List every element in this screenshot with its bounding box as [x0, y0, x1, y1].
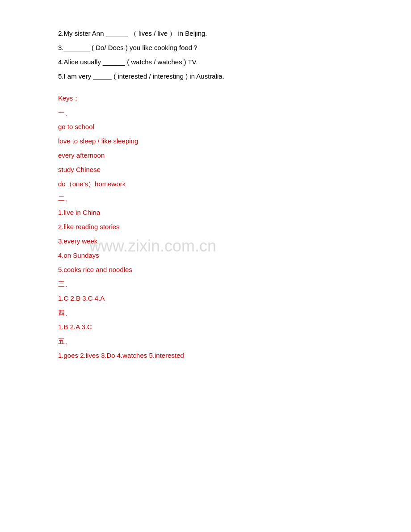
section1-item-2: love to sleep / like sleeping	[58, 134, 353, 148]
section4-items: 1.B 2.A 3.C	[58, 320, 353, 334]
section2-item-5: 5.cooks rice and noodles	[58, 263, 353, 276]
section1-item-5: do（one's）homework	[58, 177, 353, 191]
section1-item-4: study Chinese	[58, 163, 353, 176]
section1-item-1: go to school	[58, 120, 353, 134]
section3-items: 1.C 2.B 3.C 4.A	[58, 292, 353, 305]
section2-label: 二、	[58, 192, 353, 205]
section4-label: 四、	[58, 306, 353, 319]
question-4: 4.Alice usually ______ ( watchs / watche…	[58, 55, 353, 69]
question-5: 5.I am very _____ ( interested / interes…	[58, 70, 353, 83]
section1-item-3: every afternoon	[58, 149, 353, 162]
section2-item-1: 1.live in China	[58, 206, 353, 219]
section5-label: 五、	[58, 335, 353, 348]
section1-label: 一、	[58, 106, 353, 119]
section5-items: 1.goes 2.lives 3.Do 4.watches 5.interest…	[58, 349, 353, 362]
question-3: 3._______ ( Do/ Does ) you like cooking …	[58, 41, 353, 54]
question-2: 2.My sister Ann ______ （ lives / live ） …	[58, 27, 353, 40]
keys-label: Keys：	[58, 92, 353, 105]
section2-item-3: 3.every week	[58, 235, 353, 248]
section3-label: 三、	[58, 277, 353, 291]
section2-item-4: 4.on Sundays	[58, 249, 353, 262]
section2-item-2: 2.like reading stories	[58, 220, 353, 234]
